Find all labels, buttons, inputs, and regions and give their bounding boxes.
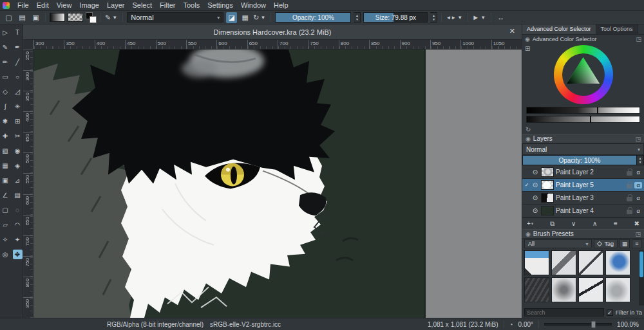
tool-line[interactable]: ╱ bbox=[13, 57, 23, 67]
open-document-button[interactable]: ▤ bbox=[17, 12, 28, 23]
color-history-icon[interactable]: ⊞ bbox=[525, 45, 530, 52]
layer-visibility-icon[interactable]: ⊙ bbox=[531, 169, 539, 176]
tool-transform[interactable]: ⊞ bbox=[13, 116, 23, 126]
float-docker-icon[interactable]: ◳ bbox=[635, 136, 641, 142]
save-button[interactable]: ▣ bbox=[30, 12, 41, 23]
zoom-slider[interactable] bbox=[544, 323, 612, 325]
delete-layer-button[interactable]: ✖ bbox=[634, 220, 639, 227]
menu-layer[interactable]: Layer bbox=[103, 0, 129, 10]
brush-size-spinner[interactable]: ▴▾ bbox=[430, 12, 437, 23]
brush-preset-eraser-blue[interactable] bbox=[524, 250, 549, 275]
mirror-horizontal-button[interactable]: ◄► ▾ bbox=[446, 12, 464, 23]
layers-docker-header[interactable]: ◉ Layers ◳ bbox=[522, 134, 644, 143]
menu-view[interactable]: View bbox=[53, 0, 76, 10]
menu-file[interactable]: File bbox=[14, 0, 33, 10]
brush-preset-pencil-soft[interactable] bbox=[551, 250, 576, 275]
blend-mode-dropdown[interactable]: Normal ▾ bbox=[127, 12, 223, 23]
tool-assistants[interactable]: ⊿ bbox=[13, 176, 23, 185]
tool-pan[interactable]: ✥ bbox=[13, 250, 23, 259]
layer-visibility-icon[interactable]: ⊙ bbox=[531, 207, 539, 214]
tool-rect-select[interactable]: ▢ bbox=[1, 205, 10, 215]
menu-filter[interactable]: Filter bbox=[156, 0, 179, 10]
spin-down-icon[interactable]: ▾ bbox=[430, 17, 437, 21]
tool-ellipse-select[interactable]: ◌ bbox=[13, 205, 23, 215]
duplicate-layer-button[interactable]: ⧉ bbox=[550, 220, 554, 228]
preserve-alpha-button[interactable]: ▦ bbox=[240, 12, 251, 23]
tool-enclose-fill[interactable]: ▣ bbox=[1, 176, 10, 185]
brush-preset-charcoal-dark[interactable] bbox=[524, 277, 549, 302]
tool-crop[interactable]: ✂ bbox=[13, 131, 23, 141]
canvas-artwork[interactable] bbox=[33, 50, 522, 318]
menu-image[interactable]: Image bbox=[75, 0, 103, 10]
tool-text[interactable]: T bbox=[13, 28, 23, 37]
zoom-slider-thumb[interactable] bbox=[591, 321, 596, 328]
tag-button[interactable]: Tag bbox=[594, 239, 618, 248]
mirror-vertical-button[interactable]: ► ▾ bbox=[472, 12, 487, 23]
tab-advanced-color-selector[interactable]: Advanced Color Selector bbox=[522, 24, 596, 34]
tool-calligraphy[interactable]: ✒ bbox=[13, 42, 23, 52]
menu-help[interactable]: Help bbox=[270, 0, 292, 10]
foreground-background-colors[interactable] bbox=[86, 12, 97, 23]
tool-pattern[interactable]: ▦ bbox=[1, 161, 10, 170]
spin-down-icon[interactable]: ▾ bbox=[354, 17, 360, 21]
float-docker-icon[interactable]: ◳ bbox=[636, 36, 641, 42]
tool-contiguous-select[interactable]: ✧ bbox=[1, 235, 10, 244]
layer-alpha-icon[interactable]: α bbox=[634, 182, 642, 188]
tool-polyline[interactable]: ◿ bbox=[13, 87, 23, 96]
spin-down-icon[interactable]: ▾ bbox=[637, 160, 643, 164]
menu-tools[interactable]: Tools bbox=[180, 0, 204, 10]
brush-filter-dropdown[interactable]: All ▾ bbox=[524, 239, 592, 248]
wrap-around-button[interactable]: ↔ bbox=[495, 12, 506, 23]
pattern-chooser[interactable] bbox=[68, 13, 83, 22]
tool-reference-images[interactable]: ▤ bbox=[13, 190, 23, 200]
tab-tool-options[interactable]: Tool Options bbox=[596, 24, 638, 34]
layer-lock-icon[interactable] bbox=[627, 184, 632, 188]
add-layer-button[interactable]: +▾ bbox=[527, 220, 533, 227]
brush-preset-pencil-thin[interactable] bbox=[578, 250, 603, 275]
rotation-icon[interactable]: ◔ bbox=[509, 321, 513, 328]
menu-edit[interactable]: Edit bbox=[33, 0, 53, 10]
brush-presets-docker-header[interactable]: ◉ Brush Presets ◳ bbox=[522, 229, 644, 239]
menu-window[interactable]: Window bbox=[237, 0, 270, 10]
tool-polygon[interactable]: ◇ bbox=[1, 87, 10, 96]
scrollbar-thumb[interactable] bbox=[639, 252, 643, 277]
tool-edit-shapes[interactable]: ✎ bbox=[1, 42, 10, 52]
brush-size-slider[interactable]: Size: 79.88 px bbox=[363, 12, 428, 23]
canvas[interactable] bbox=[33, 50, 522, 318]
brush-preset-airbrush-gray[interactable] bbox=[551, 277, 576, 302]
tool-bezier-curve[interactable]: ∫ bbox=[1, 102, 10, 111]
filter-in-tag-checkbox[interactable]: ✓ bbox=[607, 309, 613, 316]
move-layer-up-button[interactable]: ∧ bbox=[592, 220, 597, 227]
reload-preset-button[interactable]: ↻ ▾ bbox=[253, 12, 267, 23]
tool-gradient[interactable]: ▧ bbox=[1, 146, 10, 156]
gradient-chooser[interactable] bbox=[50, 13, 65, 22]
document-tab-bar[interactable]: Dimensions Hardcover.kra (23.2 MiB) ✕ bbox=[23, 24, 522, 40]
view-grid-button[interactable]: ▦ bbox=[620, 239, 630, 248]
tool-dynamic-brush[interactable]: ✳ bbox=[13, 102, 23, 111]
new-document-button[interactable]: ▢ bbox=[3, 12, 14, 23]
tool-color-sampler[interactable]: ◉ bbox=[13, 146, 23, 156]
refresh-icon[interactable]: ↻ bbox=[526, 126, 531, 133]
layer-row[interactable]: ⊙Paint Layer 4α bbox=[522, 205, 644, 217]
tool-ellipse[interactable]: ○ bbox=[13, 72, 23, 82]
tool-rectangle[interactable]: ▭ bbox=[1, 72, 10, 82]
tool-measure[interactable]: ∠ bbox=[1, 190, 10, 200]
opacity-slider[interactable]: Opacity: 100% bbox=[275, 12, 351, 23]
menu-settings[interactable]: Settings bbox=[204, 0, 237, 10]
tool-zoom[interactable]: ◎ bbox=[1, 250, 10, 259]
view-list-button[interactable]: ≡ bbox=[632, 239, 642, 248]
tool-freehand-select[interactable]: ◠ bbox=[13, 220, 23, 230]
tool-similar-select[interactable]: ✦ bbox=[13, 235, 23, 244]
eraser-mode-button[interactable]: ◪ bbox=[226, 12, 237, 23]
color-wheel[interactable] bbox=[554, 45, 613, 104]
background-color-swatch[interactable] bbox=[90, 16, 97, 23]
menu-select[interactable]: Select bbox=[128, 0, 156, 10]
layer-row[interactable]: ⊙Paint Layer 2α bbox=[522, 166, 644, 179]
layer-lock-icon[interactable] bbox=[627, 210, 632, 214]
brush-preset-smudge-soft[interactable] bbox=[605, 277, 630, 302]
layer-alpha-icon[interactable]: α bbox=[634, 169, 642, 176]
layer-opacity-spinner[interactable]: ▴▾ bbox=[637, 155, 644, 165]
brush-editor-button[interactable]: ✎ ▾ bbox=[105, 12, 118, 23]
close-icon[interactable]: ✕ bbox=[509, 27, 515, 35]
layer-alpha-icon[interactable]: α bbox=[634, 208, 642, 214]
